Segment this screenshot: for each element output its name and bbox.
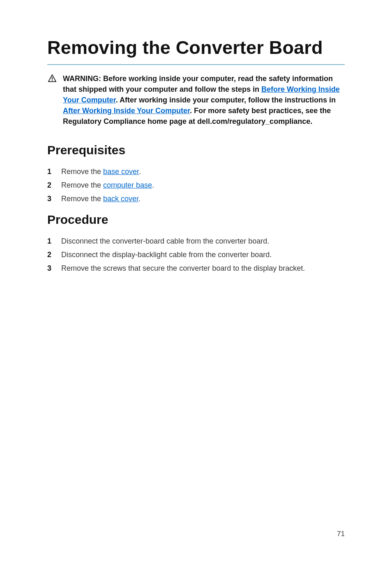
list-item: Remove the base cover.: [47, 166, 345, 177]
link-computer-base[interactable]: computer base: [103, 181, 152, 189]
warning-mid1: . After working inside your computer, fo…: [116, 96, 336, 104]
list-item: Disconnect the display-backlight cable f…: [47, 249, 345, 260]
page-title: Removing the Converter Board: [47, 37, 345, 58]
list-item: Remove the back cover.: [47, 193, 345, 204]
warning-block: WARNING: Before working inside your comp…: [47, 73, 345, 127]
warning-text: WARNING: Before working inside your comp…: [63, 73, 345, 127]
prerequisites-heading: Prerequisites: [47, 143, 345, 157]
prerequisites-list: Remove the base cover. Remove the comput…: [47, 166, 345, 204]
link-back-cover[interactable]: back cover: [103, 195, 138, 203]
prereq-text: Remove the: [61, 167, 103, 176]
link-base-cover[interactable]: base cover: [103, 167, 139, 176]
procedure-step: Remove the screws that secure the conver…: [61, 263, 305, 274]
link-after-working[interactable]: After Working Inside Your Computer: [63, 107, 190, 115]
procedure-step: Disconnect the converter-board cable fro…: [61, 236, 269, 247]
procedure-heading: Procedure: [47, 213, 345, 227]
svg-point-1: [52, 80, 53, 81]
title-divider: [47, 64, 345, 65]
prereq-text: Remove the: [61, 181, 103, 189]
prereq-text: Remove the: [61, 195, 103, 203]
prereq-text-post: .: [139, 167, 141, 176]
page-number: 71: [337, 530, 345, 538]
procedure-step: Disconnect the display-backlight cable f…: [61, 249, 272, 260]
list-item: Remove the screws that secure the conver…: [47, 263, 345, 274]
procedure-list: Disconnect the converter-board cable fro…: [47, 236, 345, 274]
warning-triangle-icon: [47, 74, 57, 85]
prereq-text-post: .: [138, 195, 141, 203]
list-item: Disconnect the converter-board cable fro…: [47, 236, 345, 247]
prereq-text-post: .: [152, 181, 154, 189]
list-item: Remove the computer base.: [47, 180, 345, 191]
